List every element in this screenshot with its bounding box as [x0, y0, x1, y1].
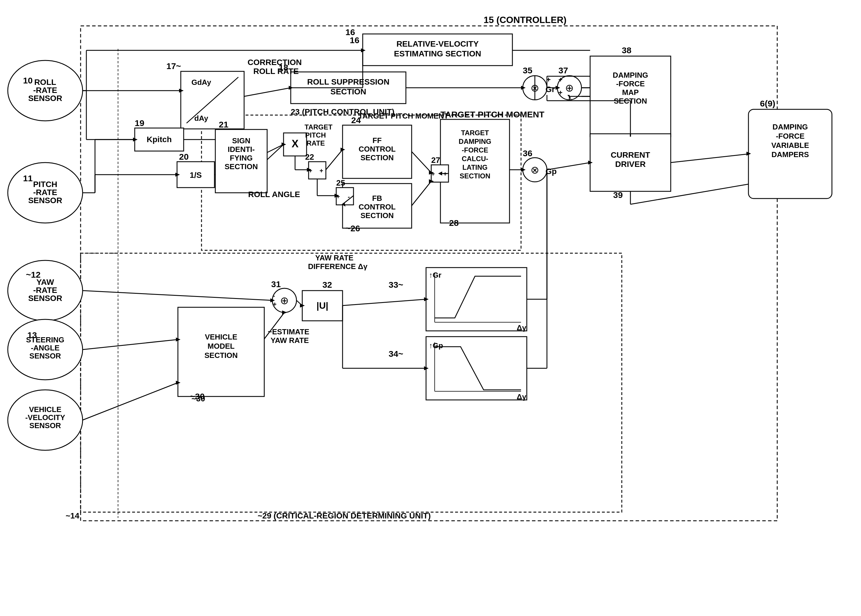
svg-text:DAMPING: DAMPING [773, 123, 808, 131]
svg-rect-2 [80, 253, 622, 512]
svg-text:+: + [309, 167, 312, 174]
svg-text:DAMPING: DAMPING [458, 138, 491, 145]
svg-text:31: 31 [271, 280, 281, 289]
svg-marker-225 [176, 338, 181, 341]
svg-text:1/S: 1/S [190, 171, 202, 179]
svg-rect-124 [426, 267, 527, 331]
diagram-svg: ROLL -RATE SENSOR 10 PITCH -RATE SENSOR … [0, 0, 861, 616]
svg-line-183 [267, 145, 283, 152]
svg-rect-55 [283, 133, 307, 156]
svg-line-192 [267, 145, 283, 160]
svg-text:20: 20 [179, 152, 189, 162]
svg-line-222 [83, 291, 272, 300]
svg-text:GdAy: GdAy [191, 78, 211, 86]
svg-text:SECTION: SECTION [331, 87, 366, 96]
svg-text:6(9): 6(9) [760, 99, 775, 108]
svg-marker-227 [176, 381, 181, 385]
svg-rect-27 [363, 34, 512, 66]
svg-rect-31 [181, 71, 244, 129]
svg-text:22: 22 [305, 152, 314, 162]
svg-text:TARGET: TARGET [461, 129, 489, 137]
svg-text:Δγ: Δγ [517, 393, 526, 401]
svg-text:-ANGLE: -ANGLE [31, 344, 60, 352]
svg-rect-78 [590, 134, 671, 191]
svg-text:Gr: Gr [546, 85, 555, 94]
svg-line-205 [412, 181, 431, 206]
svg-line-196 [326, 149, 343, 170]
svg-text:SIGN: SIGN [232, 137, 250, 145]
svg-text:X: X [291, 138, 299, 149]
svg-text:17~: 17~ [166, 61, 181, 71]
svg-text:~26: ~26 [345, 223, 360, 233]
svg-text:⊕: ⊕ [280, 295, 289, 306]
svg-text:ROLL RATE: ROLL RATE [253, 67, 299, 75]
svg-text:DAMPING: DAMPING [613, 71, 648, 79]
svg-rect-81 [748, 109, 832, 198]
svg-text:-RATE: -RATE [33, 86, 57, 95]
svg-text:VEHICLE: VEHICLE [205, 333, 238, 341]
svg-marker-197 [340, 148, 345, 152]
svg-text:CALCU-: CALCU- [462, 155, 488, 163]
svg-text:SECTION: SECTION [225, 162, 258, 171]
svg-text:SECTION: SECTION [360, 153, 394, 162]
svg-text:dAy: dAy [194, 114, 208, 123]
svg-text:PITCH: PITCH [305, 131, 326, 139]
svg-text:CONTROL: CONTROL [359, 203, 396, 211]
svg-text:↑Gp: ↑Gp [429, 341, 443, 350]
svg-text:38: 38 [622, 46, 631, 55]
svg-marker-232 [300, 303, 305, 308]
svg-text:TARGET PITCH MOMENT: TARGET PITCH MOMENT [358, 112, 449, 120]
svg-text:CORRECTION: CORRECTION [247, 58, 302, 67]
svg-text:SECTION: SECTION [360, 211, 394, 220]
svg-text:+: + [336, 193, 340, 200]
svg-text:35: 35 [523, 66, 532, 75]
svg-text:Δγ: Δγ [517, 324, 526, 332]
svg-line-218 [547, 163, 590, 170]
svg-text:SECTION: SECTION [460, 172, 491, 180]
svg-point-18 [8, 319, 83, 380]
svg-text:27: 27 [431, 156, 440, 165]
svg-text:-FORCE: -FORCE [776, 132, 804, 140]
svg-rect-70 [441, 119, 510, 223]
svg-rect-65 [343, 184, 412, 228]
svg-marker-172 [521, 86, 526, 90]
diagram-container: ROLL -RATE SENSOR 10 PITCH -RATE SENSOR … [0, 0, 861, 616]
svg-marker-208 [438, 171, 442, 176]
svg-text:-: - [348, 193, 350, 200]
svg-text:MAP: MAP [622, 88, 639, 97]
svg-line-228 [264, 313, 285, 339]
svg-text:LATING: LATING [462, 163, 488, 171]
svg-text:SENSOR: SENSOR [28, 94, 62, 103]
svg-marker-181 [746, 152, 751, 156]
svg-text:ESTIMATING SECTION: ESTIMATING SECTION [394, 49, 481, 58]
svg-text:Kpitch: Kpitch [146, 135, 172, 144]
svg-rect-57 [177, 162, 214, 188]
svg-text:SECTION: SECTION [614, 97, 647, 105]
svg-text:+: + [559, 89, 562, 96]
svg-text:↑Gr: ↑Gr [429, 271, 441, 280]
svg-marker-170 [567, 95, 571, 100]
svg-point-104 [523, 158, 547, 182]
svg-text:FF: FF [373, 136, 382, 145]
svg-text:21: 21 [219, 120, 228, 129]
svg-rect-40 [590, 56, 671, 137]
svg-marker-206 [429, 179, 434, 183]
svg-text:19: 19 [135, 118, 144, 128]
svg-text:FB: FB [372, 194, 382, 203]
svg-text:-FORCE: -FORCE [616, 79, 645, 88]
svg-marker-204 [429, 171, 434, 174]
svg-text:SENSOR: SENSOR [28, 196, 62, 205]
svg-text:24: 24 [351, 115, 361, 125]
svg-text:RELATIVE-VELOCITY: RELATIVE-VELOCITY [397, 39, 479, 48]
svg-marker-229 [282, 310, 287, 314]
svg-text:-RATE: -RATE [33, 188, 57, 197]
svg-rect-49 [215, 129, 267, 193]
svg-text:36: 36 [523, 148, 532, 158]
svg-text:16: 16 [350, 35, 359, 45]
svg-marker-161 [289, 86, 293, 90]
svg-text:+: + [320, 167, 323, 174]
svg-text:PITCH: PITCH [33, 180, 57, 189]
svg-text:YAW: YAW [36, 278, 54, 286]
svg-text:|U|: |U| [316, 300, 328, 311]
svg-line-201 [343, 196, 354, 204]
